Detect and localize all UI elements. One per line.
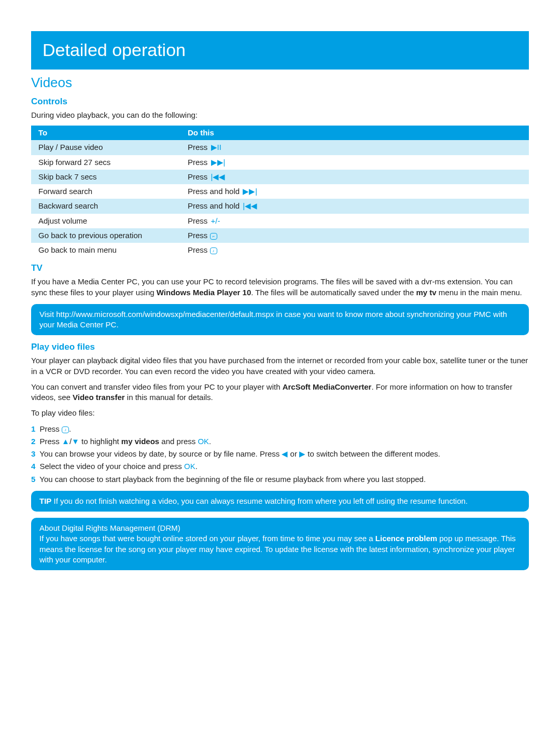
list-item: 2 Press ▲/▼ to highlight my videos and p… (31, 436, 529, 447)
section-heading: Videos (31, 74, 529, 92)
controls-table: To Do this Play / Pause video Press ▶II … (31, 126, 529, 257)
tv-paragraph: If you have a Media Center PC, you can u… (31, 277, 529, 298)
cell-to: Forward search (31, 184, 180, 199)
play-paragraph-2: You can convert and transfer video files… (31, 382, 529, 403)
volume-icon: +/- (211, 216, 220, 226)
tv-heading: TV (31, 263, 529, 274)
cell-do: Press ▶▶| (180, 155, 529, 170)
cell-to: Go back to main menu (31, 243, 180, 257)
drm-callout: About Digital Rights Management (DRM) If… (31, 518, 529, 570)
table-row: Adjust volume Press +/- (31, 214, 529, 228)
cell-do: Press |◀◀ (180, 170, 529, 184)
table-row: Skip forward 27 secs Press ▶▶| (31, 155, 529, 170)
back-icon: ⌐ (210, 233, 218, 240)
drm-body: If you have songs that were bought onlin… (39, 533, 521, 565)
list-item: 3 You can browse your videos by date, by… (31, 449, 529, 459)
home-icon: ♪ (62, 426, 69, 433)
list-item: 5 You can choose to start playback from … (31, 474, 529, 485)
tip-callout: TIP If you do not finish watching a vide… (31, 491, 529, 512)
cell-do: Press ♪ (180, 243, 529, 257)
rewind-icon: |◀◀ (243, 201, 257, 211)
play-steps: 1 Press ♪. 2 Press ▲/▼ to highlight my v… (31, 424, 529, 485)
drm-title: About Digital Rights Management (DRM) (39, 523, 521, 533)
cell-do: Press and hold ▶▶| (180, 184, 529, 199)
cell-to: Play / Pause video (31, 140, 180, 155)
cell-to: Go back to previous operation (31, 228, 180, 243)
fast-forward-icon: ▶▶| (243, 186, 257, 197)
table-row: Backward search Press and hold |◀◀ (31, 199, 529, 213)
cell-do: Press and hold |◀◀ (180, 199, 529, 213)
cell-to: Skip back 7 secs (31, 170, 180, 184)
cell-do: Press +/- (180, 214, 529, 228)
table-header-to: To (31, 126, 180, 140)
table-row: Play / Pause video Press ▶II (31, 140, 529, 155)
cell-to: Adjust volume (31, 214, 180, 228)
up-arrow-icon: ▲ (62, 436, 69, 447)
tv-callout: Visit http://www.microsoft.com/windowsxp… (31, 304, 529, 336)
home-icon: ♪ (210, 247, 217, 254)
controls-heading: Controls (31, 96, 529, 108)
list-item: 4 Select the video of your choice and pr… (31, 461, 529, 472)
table-row: Go back to previous operation Press ⌐ (31, 228, 529, 243)
controls-intro: During video playback, you can do the fo… (31, 110, 529, 120)
play-lead: To play video files: (31, 408, 529, 418)
cell-to: Backward search (31, 199, 180, 213)
play-paragraph-1: Your player can playback digital video f… (31, 355, 529, 377)
skip-back-icon: |◀◀ (211, 172, 226, 182)
table-row: Go back to main menu Press ♪ (31, 243, 529, 257)
left-arrow-icon: ◀ (282, 449, 288, 459)
skip-forward-icon: ▶▶| (211, 157, 226, 168)
cell-do: Press ⌐ (180, 228, 529, 243)
cell-do: Press ▶II (180, 140, 529, 155)
down-arrow-icon: ▼ (72, 436, 79, 447)
table-header-do: Do this (180, 126, 529, 140)
right-arrow-icon: ▶ (299, 449, 305, 459)
table-row: Skip back 7 secs Press |◀◀ (31, 170, 529, 184)
play-heading: Play video files (31, 341, 529, 353)
page-title: Detailed operation (31, 31, 529, 70)
list-item: 1 Press ♪. (31, 424, 529, 434)
table-row: Forward search Press and hold ▶▶| (31, 184, 529, 199)
cell-to: Skip forward 27 secs (31, 155, 180, 170)
play-pause-icon: ▶II (211, 142, 221, 153)
